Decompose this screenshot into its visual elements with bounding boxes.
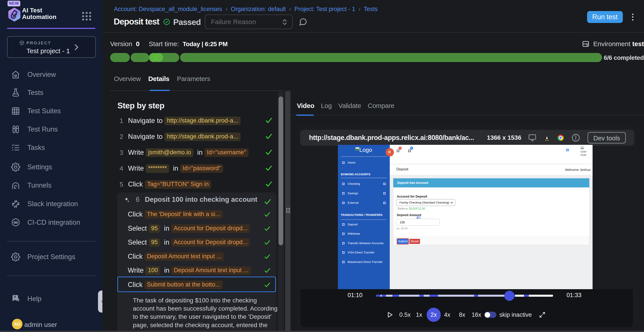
svg-text:?: ? xyxy=(14,295,16,300)
